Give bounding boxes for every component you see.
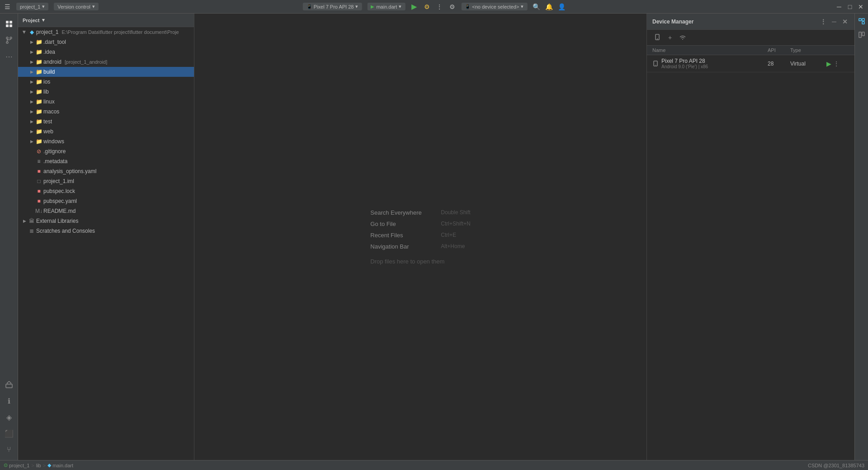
tree-arrow-project-root: ▶: [22, 29, 27, 35]
device-more-button[interactable]: ⋮: [833, 60, 840, 67]
device-target-button[interactable]: 📱 Pixel 7 Pro API 28 ▾: [303, 3, 362, 10]
tree-item-pubspec-lock[interactable]: ▶ ■ pubspec.lock: [18, 186, 194, 196]
device-actions-col: ▶ ⋮: [826, 60, 849, 67]
tree-item-ios[interactable]: ▶ 📁 ios: [18, 77, 194, 87]
device-panel-more-icon[interactable]: ⋮: [819, 18, 827, 26]
device-run-button[interactable]: ▶: [826, 60, 831, 67]
hint-action-recent-files: Recent Files: [370, 232, 434, 239]
run-button[interactable]: ▶: [410, 3, 418, 10]
hint-shortcut-search: Double Shift: [441, 209, 470, 216]
titlebar-right: ─ □ ✕: [835, 3, 864, 10]
activity-gem-icon[interactable]: ◈: [2, 410, 16, 424]
tree-badge-android: [project_1_android]: [65, 59, 107, 65]
tree-item-linux[interactable]: ▶ 📁 linux: [18, 97, 194, 107]
project-dropdown-arrow: ▾: [42, 4, 45, 9]
svg-rect-13: [859, 19, 861, 21]
sidebar-header: Project ▾: [18, 14, 194, 27]
hamburger-menu-icon[interactable]: ☰: [4, 3, 11, 10]
version-control-button[interactable]: Version control ▾: [54, 3, 99, 10]
tree-item-windows[interactable]: ▶ 📁 windows: [18, 136, 194, 146]
tree-item-android[interactable]: ▶ 📁 android [project_1_android]: [18, 57, 194, 67]
device-name-main: Pixel 7 Pro API 28: [661, 58, 708, 64]
tree-item-build[interactable]: ▶ 📁 build: [18, 67, 194, 77]
device-panel-minimize-icon[interactable]: ─: [830, 18, 838, 26]
pubspec-yaml-icon: ■: [36, 198, 42, 204]
add-device-icon[interactable]: +: [665, 33, 675, 42]
debug-button[interactable]: ⚙: [423, 3, 430, 10]
tree-item-dart-tool[interactable]: ▶ 📁 .dart_tool: [18, 37, 194, 47]
activity-vcs-icon[interactable]: [2, 33, 16, 47]
minimize-window-icon[interactable]: ─: [835, 3, 843, 10]
device-table-header: Name API Type: [647, 46, 854, 55]
folder-lib-icon: 📁: [36, 89, 42, 95]
tree-item-idea[interactable]: ▶ 📁 .idea: [18, 47, 194, 57]
tree-label-lib: lib: [43, 89, 49, 95]
device-name-sub: Android 9.0 ('Pie') | x86: [661, 64, 708, 69]
device-row-pixel7[interactable]: Pixel 7 Pro API 28 Android 9.0 ('Pie') |…: [647, 55, 854, 72]
tree-label-web: web: [43, 128, 53, 135]
more-run-options-icon[interactable]: ⋮: [436, 3, 443, 10]
right-bar-gradle-icon[interactable]: [856, 29, 868, 41]
account-icon[interactable]: 👤: [558, 3, 565, 10]
tree-label-readme: README.md: [43, 208, 75, 214]
tree-label-android: android: [43, 59, 61, 65]
svg-rect-2: [6, 24, 9, 27]
breadcrumb-lib[interactable]: lib: [36, 463, 41, 468]
editor-area: Search Everywhere Double Shift Go to Fil…: [194, 14, 646, 460]
tree-item-test[interactable]: ▶ 📁 test: [18, 117, 194, 127]
run-config-button[interactable]: ▶ main.dart ▾: [367, 3, 405, 10]
titlebar-left: ☰ project_1 ▾ Version control ▾: [4, 3, 99, 10]
tree-item-gitignore[interactable]: ▶ ⊘ .gitignore: [18, 146, 194, 156]
drop-hint: Drop files here to open them: [370, 258, 444, 265]
tree-item-metadata[interactable]: ▶ ≡ .metadata: [18, 156, 194, 166]
project-dropdown-button[interactable]: project_1 ▾: [16, 3, 48, 10]
tree-arrow-android: ▶: [29, 59, 34, 65]
device-api-col: 28: [768, 61, 790, 67]
device-panel-close-icon[interactable]: ✕: [841, 18, 849, 26]
sidebar-title: Project: [23, 18, 39, 23]
activity-build-icon[interactable]: [2, 378, 16, 391]
svg-rect-3: [9, 24, 12, 27]
close-window-icon[interactable]: ✕: [857, 3, 864, 10]
tree-item-analysis-options[interactable]: ▶ ■ analysis_options.yaml: [18, 166, 194, 176]
tree-item-external-libraries[interactable]: ▶ 🏛 External Libraries: [18, 216, 194, 226]
restore-window-icon[interactable]: □: [846, 3, 854, 10]
statusbar: ⊙ project_1 > lib > ◆ main.dart CSDN @23…: [0, 460, 868, 470]
breadcrumb-project[interactable]: ⊙ project_1: [4, 462, 29, 468]
activity-info-icon[interactable]: ℹ: [2, 394, 16, 408]
project-root-icon: ◆: [28, 29, 35, 35]
search-everywhere-icon[interactable]: 🔍: [533, 3, 540, 10]
activity-more-icon[interactable]: ⋯: [2, 50, 16, 63]
activity-project-icon[interactable]: [2, 17, 16, 31]
project-name-label: project_1: [20, 4, 40, 9]
tree-label-metadata: .metadata: [43, 158, 67, 164]
tree-item-readme[interactable]: ▶ M↓ README.md: [18, 206, 194, 216]
tree-item-macos[interactable]: ▶ 📁 macos: [18, 107, 194, 117]
tree-item-project-root[interactable]: ▶ ◆ project_1 E:\Program Data\flutter pr…: [18, 27, 194, 37]
tree-arrow-test: ▶: [29, 119, 34, 124]
breadcrumb-file[interactable]: ◆ main.dart: [47, 462, 73, 468]
tree-item-web[interactable]: ▶ 📁 web: [18, 127, 194, 136]
folder-linux-icon: 📁: [36, 99, 42, 105]
activity-terminal-icon[interactable]: ⬛: [2, 427, 16, 440]
activity-git-icon[interactable]: ⑂: [2, 443, 16, 456]
device-selector-button[interactable]: 📱 <no device selected> ▾: [461, 3, 527, 10]
hint-action-search: Search Everywhere: [370, 209, 434, 216]
tree-item-scratches[interactable]: ▶ ≣ Scratches and Consoles: [18, 226, 194, 236]
svg-point-10: [682, 39, 683, 40]
tree-item-pubspec-yaml[interactable]: ▶ ■ pubspec.yaml: [18, 196, 194, 206]
wifi-device-icon[interactable]: [678, 33, 688, 42]
hint-goto-file: Go to File Ctrl+Shift+N: [370, 221, 470, 227]
breadcrumb-dart-icon: ◆: [47, 462, 51, 468]
tree-arrow-linux: ▶: [29, 99, 34, 104]
emulator-toolbar-icon[interactable]: [652, 33, 662, 42]
tree-item-lib[interactable]: ▶ 📁 lib: [18, 87, 194, 97]
tree-item-project-iml[interactable]: ▶ □ project_1.iml: [18, 176, 194, 186]
right-bar: [854, 14, 868, 460]
right-bar-palette-icon[interactable]: [856, 15, 868, 27]
folder-windows-icon: 📁: [36, 138, 42, 145]
settings-icon[interactable]: ⚙: [448, 3, 456, 10]
svg-rect-7: [6, 384, 12, 388]
notifications-icon[interactable]: 🔔: [545, 3, 552, 10]
folder-ios-icon: 📁: [36, 79, 42, 85]
